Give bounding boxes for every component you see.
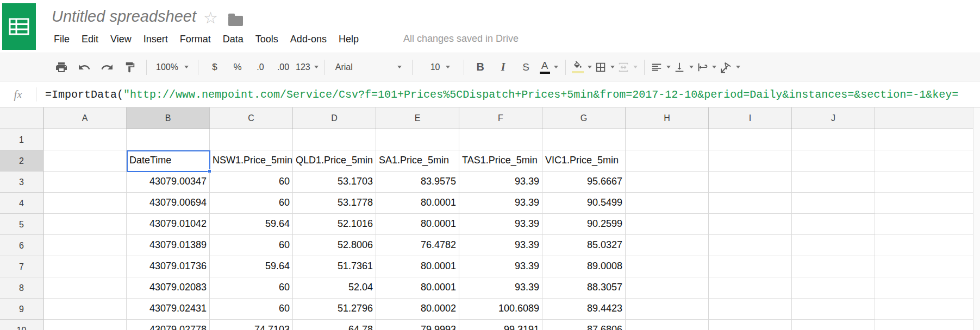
cell-B4[interactable]: 43079.00694	[127, 193, 210, 214]
cell-A6[interactable]	[43, 235, 127, 256]
cell-C5[interactable]: 59.64	[210, 214, 293, 235]
cell-G3[interactable]: 95.6667	[542, 172, 626, 193]
text-wrap-button[interactable]	[696, 57, 717, 78]
cell-J2[interactable]	[792, 150, 875, 172]
column-header-h[interactable]: H	[626, 107, 709, 129]
increase-decimal-button[interactable]: .00	[273, 57, 294, 78]
cell-C2[interactable]: NSW1.Price_5min	[210, 150, 293, 172]
cell-I3[interactable]	[709, 172, 792, 193]
cell-E4[interactable]: 80.0001	[376, 193, 459, 214]
cell-J5[interactable]	[792, 214, 875, 235]
cell-D9[interactable]: 51.2796	[293, 299, 376, 320]
cell-B3[interactable]: 43079.00347	[127, 172, 210, 193]
cell-A1[interactable]	[43, 129, 127, 150]
cell-H10[interactable]	[626, 320, 709, 330]
row-header-4[interactable]: 4	[0, 193, 43, 214]
sheets-logo[interactable]	[2, 3, 36, 50]
cell-C6[interactable]: 60	[210, 235, 293, 256]
cell-B1[interactable]	[127, 129, 210, 150]
cell-G9[interactable]: 89.4423	[542, 299, 626, 320]
cell-H3[interactable]	[626, 172, 709, 193]
cell-B6[interactable]: 43079.01389	[127, 235, 210, 256]
menu-help[interactable]: Help	[333, 31, 365, 47]
cell-J10[interactable]	[792, 320, 875, 330]
row-header-5[interactable]: 5	[0, 214, 43, 235]
cell-F8[interactable]: 93.39	[459, 277, 542, 299]
decrease-decimal-button[interactable]: .0	[250, 57, 271, 78]
cell-C8[interactable]: 60	[210, 277, 293, 299]
cell-E6[interactable]: 76.4782	[376, 235, 459, 256]
cell-J1[interactable]	[792, 129, 875, 150]
menu-add-ons[interactable]: Add-ons	[284, 31, 333, 47]
cell-B5[interactable]: 43079.01042	[127, 214, 210, 235]
cell-C7[interactable]: 59.64	[210, 256, 293, 277]
redo-button[interactable]	[97, 57, 117, 78]
formula-input[interactable]: =ImportData("http://www.nempoint.com/Ser…	[45, 88, 958, 101]
cell-D2[interactable]: QLD1.Price_5min	[293, 150, 376, 172]
cell-G5[interactable]: 90.2599	[542, 214, 626, 235]
folder-icon[interactable]	[228, 16, 243, 26]
cell-H9[interactable]	[626, 299, 709, 320]
menu-tools[interactable]: Tools	[249, 31, 284, 47]
column-header-g[interactable]: G	[542, 107, 626, 129]
row-header-3[interactable]: 3	[0, 172, 43, 193]
paint-format-button[interactable]	[120, 57, 140, 78]
cell-A8[interactable]	[43, 277, 127, 299]
column-header-a[interactable]: A	[43, 107, 127, 129]
cell-F9[interactable]: 100.6089	[459, 299, 542, 320]
cell-C3[interactable]: 60	[210, 172, 293, 193]
borders-button[interactable]	[595, 57, 615, 78]
cell-I4[interactable]	[709, 193, 792, 214]
cell-J6[interactable]	[792, 235, 875, 256]
vertical-align-button[interactable]	[673, 57, 694, 78]
cell-D4[interactable]: 53.1778	[293, 193, 376, 214]
cell-J8[interactable]	[792, 277, 875, 299]
column-header-d[interactable]: D	[293, 107, 376, 129]
menu-insert[interactable]: Insert	[138, 31, 174, 47]
cell-B7[interactable]: 43079.01736	[127, 256, 210, 277]
menu-data[interactable]: Data	[217, 31, 249, 47]
selection-fill-handle[interactable]	[208, 169, 211, 173]
cell-C1[interactable]	[210, 129, 293, 150]
cell-G4[interactable]: 90.5499	[542, 193, 626, 214]
cell-J3[interactable]	[792, 172, 875, 193]
cell-G10[interactable]: 87.6806	[542, 320, 626, 330]
cell-A5[interactable]	[43, 214, 127, 235]
cell-G1[interactable]	[542, 129, 626, 150]
cell-G2[interactable]: VIC1.Price_5min	[542, 150, 626, 172]
row-header-1[interactable]: 1	[0, 129, 43, 150]
cell-H1[interactable]	[626, 129, 709, 150]
cell-F10[interactable]: 99.3191	[459, 320, 542, 330]
cell-D3[interactable]: 53.1703	[293, 172, 376, 193]
text-color-button[interactable]: A	[539, 57, 559, 78]
cell-D7[interactable]: 51.7361	[293, 256, 376, 277]
menu-file[interactable]: File	[48, 31, 76, 47]
cell-C9[interactable]: 60	[210, 299, 293, 320]
cell-I7[interactable]	[709, 256, 792, 277]
cell-A7[interactable]	[43, 256, 127, 277]
cell-E3[interactable]: 83.9575	[376, 172, 459, 193]
number-format-select[interactable]: 123	[296, 57, 319, 78]
italic-button[interactable]: I	[493, 57, 514, 78]
format-currency-button[interactable]: $	[204, 57, 225, 78]
column-header-e[interactable]: E	[376, 107, 459, 129]
fill-color-button[interactable]	[572, 57, 592, 78]
text-rotation-button[interactable]	[719, 57, 740, 78]
cell-D8[interactable]: 52.04	[293, 277, 376, 299]
cell-H4[interactable]	[626, 193, 709, 214]
cell-H6[interactable]	[626, 235, 709, 256]
cell-H5[interactable]	[626, 214, 709, 235]
bold-button[interactable]: B	[470, 57, 491, 78]
font-size-select[interactable]: 10	[419, 57, 458, 78]
cell-I6[interactable]	[709, 235, 792, 256]
row-header-7[interactable]: 7	[0, 256, 43, 277]
cell-I1[interactable]	[709, 129, 792, 150]
cell-B10[interactable]: 43079.02778	[127, 320, 210, 330]
select-all-corner[interactable]	[0, 107, 43, 129]
cell-G6[interactable]: 85.0327	[542, 235, 626, 256]
menu-edit[interactable]: Edit	[76, 31, 104, 47]
cell-D10[interactable]: 64.78	[293, 320, 376, 330]
row-header-10[interactable]: 10	[0, 320, 43, 330]
horizontal-align-button[interactable]	[651, 57, 671, 78]
cell-A3[interactable]	[43, 172, 127, 193]
